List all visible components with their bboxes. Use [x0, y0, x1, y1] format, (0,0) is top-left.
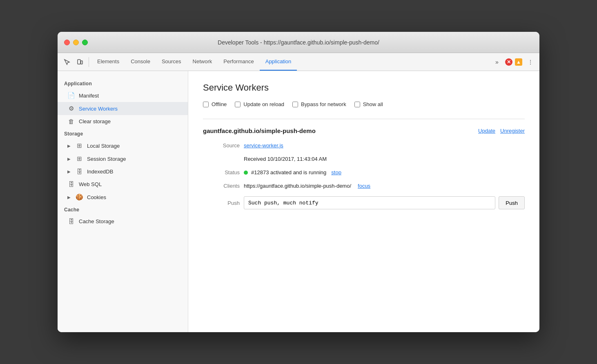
status-value-container: #12873 activated and is running stop: [244, 169, 525, 175]
show-all-label: Show all: [363, 101, 383, 107]
push-input[interactable]: [244, 196, 495, 209]
status-row: Status #12873 activated and is running s…: [203, 169, 525, 175]
sidebar-item-service-workers[interactable]: ⚙ Service Workers: [58, 102, 188, 115]
tab-network[interactable]: Network: [187, 53, 218, 71]
sw-header: gauntface.github.io/simple-push-demo Upd…: [203, 127, 525, 134]
tab-elements[interactable]: Elements: [91, 53, 125, 71]
main-content: Application 📄 Manifest ⚙ Service Workers…: [58, 71, 539, 332]
devtools-window: Developer Tools - https://gauntface.gith…: [58, 32, 539, 332]
maximize-button[interactable]: [82, 40, 88, 45]
push-button[interactable]: Push: [499, 196, 525, 209]
local-storage-icon: ⊞: [76, 142, 83, 149]
status-indicator: [244, 171, 248, 175]
toolbar: Elements Console Sources Network Perform…: [58, 53, 539, 71]
push-label: Push: [203, 200, 240, 206]
source-label: Source: [203, 142, 240, 149]
window-title: Developer Tools - https://gauntface.gith…: [64, 39, 533, 46]
offline-checkbox-label[interactable]: Offline: [203, 101, 227, 107]
traffic-lights: [64, 40, 88, 45]
sw-origin: gauntface.github.io/simple-push-demo: [203, 127, 316, 134]
inspect-element-button[interactable]: [61, 56, 73, 68]
device-toolbar-button[interactable]: [74, 56, 86, 68]
cookies-icon: 🍪: [76, 193, 83, 201]
sidebar-item-web-sql-label: Web SQL: [79, 181, 102, 187]
focus-button[interactable]: focus: [358, 183, 370, 189]
sidebar-item-indexeddb-label: IndexedDB: [87, 169, 113, 175]
content-panel: Service Workers Offline Update on reload…: [188, 71, 539, 332]
clear-storage-icon: 🗑: [67, 118, 75, 125]
sidebar: Application 📄 Manifest ⚙ Service Workers…: [58, 71, 188, 332]
source-row: Source service-worker.js: [203, 142, 525, 149]
sidebar-item-cache-storage-label: Cache Storage: [79, 218, 114, 224]
show-all-checkbox[interactable]: [354, 102, 360, 107]
update-on-reload-label: Update on reload: [243, 101, 284, 107]
more-options-button[interactable]: ⋮: [525, 56, 536, 68]
indexeddb-icon: 🗄: [76, 168, 83, 175]
expand-indexeddb-icon: ▶: [67, 169, 71, 174]
bypass-for-network-checkbox[interactable]: [292, 102, 298, 107]
sidebar-item-cache-storage[interactable]: 🗄 Cache Storage: [58, 215, 188, 228]
sidebar-item-local-storage[interactable]: ▶ ⊞ Local Storage: [58, 139, 188, 152]
show-all-checkbox-label[interactable]: Show all: [354, 101, 383, 107]
warning-icon: ▲: [516, 59, 521, 65]
checkbox-row: Offline Update on reload Bypass for netw…: [203, 101, 525, 107]
sidebar-item-cookies[interactable]: ▶ 🍪 Cookies: [58, 191, 188, 204]
clients-row: Clients https://gauntface.github.io/simp…: [203, 183, 525, 189]
sidebar-item-session-storage[interactable]: ▶ ⊞ Session Storage: [58, 152, 188, 165]
more-options-icon: ⋮: [528, 59, 533, 65]
expand-local-storage-icon: ▶: [67, 144, 71, 148]
offline-label: Offline: [212, 101, 227, 107]
toolbar-divider: [89, 57, 89, 67]
sidebar-item-clear-storage[interactable]: 🗑 Clear storage: [58, 115, 188, 128]
tab-performance[interactable]: Performance: [218, 53, 259, 71]
more-tabs-icon: »: [495, 59, 499, 65]
error-icon: ✕: [507, 59, 511, 65]
close-button[interactable]: [64, 40, 70, 45]
received-value: Received 10/10/2017, 11:43:04 AM: [244, 156, 525, 162]
manifest-icon: 📄: [67, 92, 75, 99]
clients-label: Clients: [203, 183, 240, 189]
tab-application[interactable]: Application: [260, 53, 297, 71]
bypass-for-network-checkbox-label[interactable]: Bypass for network: [292, 101, 346, 107]
update-on-reload-checkbox[interactable]: [235, 102, 241, 107]
clients-value-container: https://gauntface.github.io/simple-push-…: [244, 183, 525, 189]
minimize-button[interactable]: [73, 40, 79, 45]
sidebar-item-service-workers-label: Service Workers: [79, 106, 118, 112]
device-icon: [77, 59, 83, 65]
svg-rect-1: [81, 61, 82, 64]
error-badge[interactable]: ✕: [505, 58, 512, 66]
update-on-reload-checkbox-label[interactable]: Update on reload: [235, 101, 284, 107]
toolbar-tabs: Elements Console Sources Network Perform…: [91, 53, 490, 71]
session-storage-icon: ⊞: [76, 155, 83, 162]
bypass-for-network-label: Bypass for network: [301, 101, 346, 107]
sidebar-item-indexeddb[interactable]: ▶ 🗄 IndexedDB: [58, 165, 188, 178]
push-row: Push Push: [203, 196, 525, 209]
status-text: #12873 activated and is running: [251, 169, 326, 175]
titlebar: Developer Tools - https://gauntface.gith…: [58, 32, 539, 53]
update-button[interactable]: Update: [478, 128, 495, 134]
svg-rect-0: [78, 60, 80, 64]
storage-section-title: Storage: [58, 128, 188, 139]
cache-section-title: Cache: [58, 204, 188, 215]
sidebar-item-cookies-label: Cookies: [87, 194, 106, 200]
tab-sources[interactable]: Sources: [156, 53, 187, 71]
tab-console[interactable]: Console: [125, 53, 156, 71]
web-sql-icon: 🗄: [67, 181, 75, 188]
expand-cookies-icon: ▶: [67, 195, 71, 200]
warning-badge[interactable]: ▲: [515, 58, 522, 66]
sidebar-item-clear-storage-label: Clear storage: [79, 118, 111, 124]
page-title: Service Workers: [203, 82, 525, 93]
sidebar-item-local-storage-label: Local Storage: [87, 143, 120, 149]
unregister-button[interactable]: Unregister: [500, 128, 525, 134]
sidebar-item-web-sql[interactable]: 🗄 Web SQL: [58, 178, 188, 191]
source-link[interactable]: service-worker.js: [244, 142, 525, 149]
toolbar-right: » ✕ ▲ ⋮: [491, 56, 536, 68]
sidebar-item-manifest[interactable]: 📄 Manifest: [58, 89, 188, 102]
received-row: Received 10/10/2017, 11:43:04 AM: [203, 156, 525, 162]
cache-storage-icon: 🗄: [67, 218, 75, 225]
offline-checkbox[interactable]: [203, 102, 209, 107]
stop-button[interactable]: stop: [331, 169, 341, 175]
more-tabs-button[interactable]: »: [491, 56, 503, 68]
clients-url: https://gauntface.github.io/simple-push-…: [244, 183, 351, 189]
sidebar-item-manifest-label: Manifest: [79, 93, 99, 99]
